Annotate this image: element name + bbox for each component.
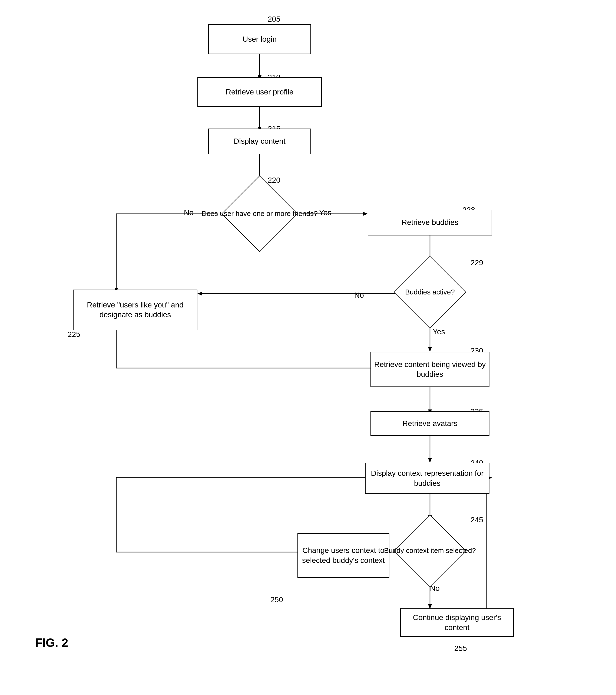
label-225: 225 <box>68 330 80 339</box>
user-login-label: User login <box>243 34 277 44</box>
retrieve-users-like-you-label: Retrieve "users like you" and designate … <box>76 300 194 320</box>
buddies-active-label: Buddies active? <box>405 288 455 297</box>
retrieve-profile-label: Retrieve user profile <box>226 87 294 97</box>
box-retrieve-buddies: Retrieve buddies <box>368 210 492 235</box>
label-255: 255 <box>454 644 467 653</box>
box-retrieve-users-like-you: Retrieve "users like you" and designate … <box>73 290 197 330</box>
diamond-buddy-context-selected: Buddy context item selected? <box>368 518 492 583</box>
box-retrieve-content-buddies: Retrieve content being viewed by buddies <box>370 352 490 387</box>
retrieve-content-buddies-label: Retrieve content being viewed by buddies <box>374 360 486 379</box>
retrieve-avatars-label: Retrieve avatars <box>402 419 458 428</box>
svg-marker-24 <box>428 458 432 463</box>
label-205: 205 <box>268 15 280 23</box>
label-250: 250 <box>270 595 283 604</box>
retrieve-buddies-label: Retrieve buddies <box>402 218 458 227</box>
buddy-context-selected-label: Buddy context item selected? <box>384 546 476 555</box>
box-display-context: Display context representation for buddi… <box>365 463 490 494</box>
diamond-does-user-have-friends: Does user have one or more friends? <box>195 181 324 246</box>
box-display-content: Display content <box>208 129 311 154</box>
fig-label: FIG. 2 <box>35 636 68 649</box>
label-no-buddies-active: No <box>354 291 364 300</box>
continue-displaying-label: Continue displaying user's content <box>403 613 511 632</box>
box-user-login: User login <box>208 24 311 54</box>
svg-marker-16 <box>428 347 432 352</box>
diagram-container: 205 User login 210 Retrieve user profile… <box>0 0 616 695</box>
box-retrieve-profile: Retrieve user profile <box>197 77 322 107</box>
label-yes-buddies-active: Yes <box>433 327 445 336</box>
diamond-buddies-active: Buddies active? <box>368 260 492 325</box>
does-user-have-friends-label: Does user have one or more friends? <box>201 209 317 218</box>
display-content-label: Display content <box>234 136 285 146</box>
box-retrieve-avatars: Retrieve avatars <box>370 411 490 436</box>
label-no-friends: No <box>184 208 194 217</box>
label-no-buddy-context: No <box>430 584 440 593</box>
display-context-label: Display context representation for buddi… <box>368 469 486 488</box>
svg-marker-14 <box>197 292 202 295</box>
fig-title: FIG. 2 <box>35 636 68 649</box>
svg-marker-7 <box>363 212 368 216</box>
box-continue-displaying: Continue displaying user's content <box>400 608 514 637</box>
